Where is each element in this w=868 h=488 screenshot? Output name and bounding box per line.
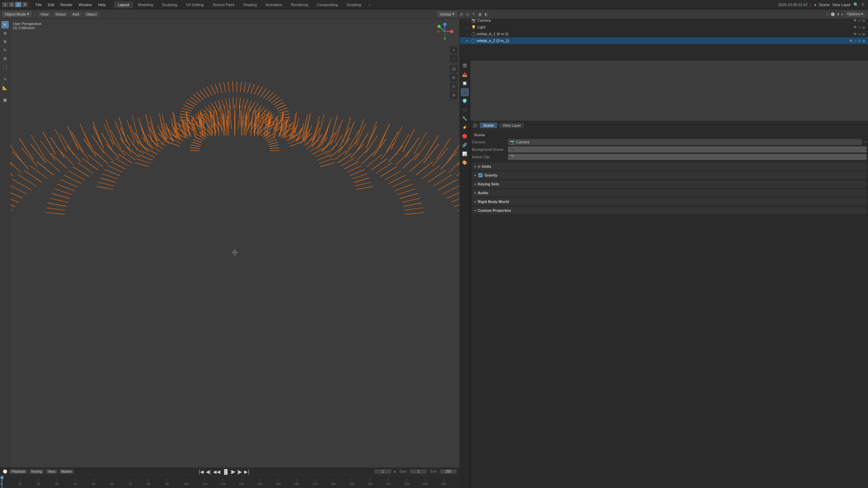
select-menu[interactable]: Select [53,12,68,17]
playhead[interactable] [2,475,2,488]
transform-tool-btn[interactable]: ⛶ [1,63,9,71]
view-layer-selector[interactable]: View Layer [832,3,851,7]
skip-to-end-btn[interactable]: ▶| [244,469,249,474]
timeline-scrubber[interactable]: 0102030405060708090100110120130140150160… [0,475,459,488]
menu-edit[interactable]: Edit [45,2,57,8]
cam-eye-icon[interactable]: 👁 [853,19,857,22]
particles-props-icon[interactable]: ⚡ [461,123,469,131]
menu-file[interactable]: File [33,2,44,8]
show-gizmos[interactable]: ✛ [472,12,475,17]
marker-menu[interactable]: Marker [59,469,74,474]
empty-tool[interactable]: ▣ [1,96,9,104]
orb-a-cursor-icon[interactable]: ⊕ [858,32,861,36]
tab-animation[interactable]: Animation [261,1,286,8]
camera-field-value[interactable]: 📷 Camera [508,139,862,145]
gravity-header[interactable]: ▸ Gravity [472,171,867,179]
render-props-icon[interactable]: 🎬 [461,62,469,70]
mode-selector[interactable]: Object Mode ▾ [2,11,32,17]
outliner-row-orbital-a[interactable]: ▸ ◯ orbital_A_1 (8 m 0) 👁 ⊕ ◎ [460,30,868,37]
jump-icon[interactable]: ⊕ [393,470,396,473]
outliner-row-light[interactable]: ▸ 💡 Light 👁 ⊕ ◎ [460,24,868,30]
start-frame-field[interactable]: 1 [410,469,427,474]
filter-icon[interactable]: ☰ [861,2,865,7]
tab-modeling[interactable]: Modeling [134,1,157,8]
navigation-gizmo[interactable] [436,22,456,43]
tab-scripting[interactable]: Scripting [342,1,365,8]
tab-texture-paint[interactable]: Texture Paint [209,1,238,8]
tab-uv-editing[interactable]: UV Editing [182,1,208,8]
units-header[interactable]: ▸ ⊞ Units [472,163,867,170]
constraints-props-icon[interactable]: 🔗 [461,141,469,149]
physics-props-icon[interactable]: 🔴 [461,132,469,140]
select-tool-btn[interactable]: ↖ [1,21,9,28]
material-mode[interactable]: ◑ [836,12,840,16]
transform-orientation[interactable]: Global ▾ [437,11,457,17]
render-mode[interactable]: ● [841,12,843,16]
orb-n2-cursor-icon[interactable]: ⊕ [854,39,857,43]
xray-toggle[interactable]: ◧ [485,12,488,17]
keying-sets-header[interactable]: ▸ Keying Sets [472,180,867,188]
view-menu[interactable]: View [38,12,51,17]
light-render-icon[interactable]: ◎ [862,25,865,29]
camera-view-btn[interactable]: 🎥 [450,65,457,73]
play-back-btn[interactable]: ◀◀ [213,469,220,474]
orb-n2-render-icon[interactable]: ◎ [858,39,861,43]
tab-shading[interactable]: Shading [239,1,261,8]
object-menu[interactable]: Object [83,12,99,17]
end-frame-field[interactable]: 250 [440,469,457,474]
step-back-btn[interactable]: ◀| [206,469,211,474]
light-cursor-icon[interactable]: ⊕ [858,25,861,29]
tab-rendering[interactable]: Rendering [287,1,312,8]
light-eye-icon[interactable]: 👁 [853,25,857,29]
workspace-num-3[interactable]: 3 [15,2,21,7]
camera-link-icon[interactable]: ✕ [864,140,867,144]
object-props-icon[interactable]: ⬡ [461,106,469,114]
scene-tab[interactable]: Scene [480,123,497,128]
view-menu[interactable]: View [46,469,57,474]
data-props-icon[interactable]: 📊 [461,150,469,158]
cam-cursor-icon[interactable]: ⊕ [858,19,861,22]
workspace-num-4[interactable]: 4 [22,2,28,7]
scene-selector[interactable]: Scene [819,3,830,7]
workspace-num-2[interactable]: 2 [9,2,15,7]
annotate-btn[interactable]: ✎ [1,76,9,83]
step-forward-btn[interactable]: |▶ [237,469,242,474]
tab-sculpting[interactable]: Sculpting [158,1,181,8]
view-layer-props-icon[interactable]: 🔲 [461,79,469,87]
gizmo-circle[interactable] [436,22,454,41]
overlay-dropdown[interactable]: ▣ [478,12,482,17]
scene-props-active-icon[interactable]: 🎥 [461,88,469,96]
proportional-editing[interactable]: ◎ [466,12,469,17]
output-props-icon[interactable]: 📤 [461,70,469,79]
background-scene-value[interactable]: 🎥 [508,146,867,152]
cursor-tool-btn[interactable]: ⊕ [1,29,9,37]
playback-menu[interactable]: Playback [9,469,27,474]
add-workspace-button[interactable]: + [366,1,373,8]
active-clip-value[interactable]: 🎬 [508,154,867,160]
skip-to-start-btn[interactable]: |◀ [199,469,204,474]
viewport-3d[interactable]: User Perspective (1) Collection [10,19,459,468]
world-props-icon[interactable]: 🌍 [461,97,469,105]
view-local-btn[interactable]: ◎ [450,83,457,90]
rigid-body-world-header[interactable]: ▸ Rigid Body World [472,198,867,205]
stop-btn[interactable]: ▐▌ [222,469,229,474]
gravity-checkbox[interactable] [478,173,482,177]
rotate-tool-btn[interactable]: ↻ [1,46,9,54]
search-icon[interactable]: 🔍 [853,2,859,7]
options-dropdown[interactable]: Options ▾ [845,11,866,17]
menu-window[interactable]: Window [76,2,95,8]
wireframe-mode[interactable]: ◻ [826,12,829,16]
custom-properties-header[interactable]: ▸ Custom Properties [472,207,867,214]
orb-n2-extra-icon[interactable]: ◈ [863,39,865,43]
zoom-out-btn[interactable]: − [450,55,457,62]
menu-render[interactable]: Render [58,2,75,8]
orb-n2-eye-icon[interactable]: 👁 [849,39,853,43]
workspace-num-1[interactable]: 1 [2,2,8,7]
solid-mode[interactable]: ⬤ [831,12,835,16]
zoom-in-btn[interactable]: + [450,46,457,54]
move-tool-btn[interactable]: ✥ [1,38,9,45]
menu-help[interactable]: Help [95,2,108,8]
frame-all-btn[interactable]: ⊞ [450,74,457,81]
audio-header[interactable]: ▸ Audio [472,189,867,197]
cam-render-icon[interactable]: ◎ [862,19,865,22]
